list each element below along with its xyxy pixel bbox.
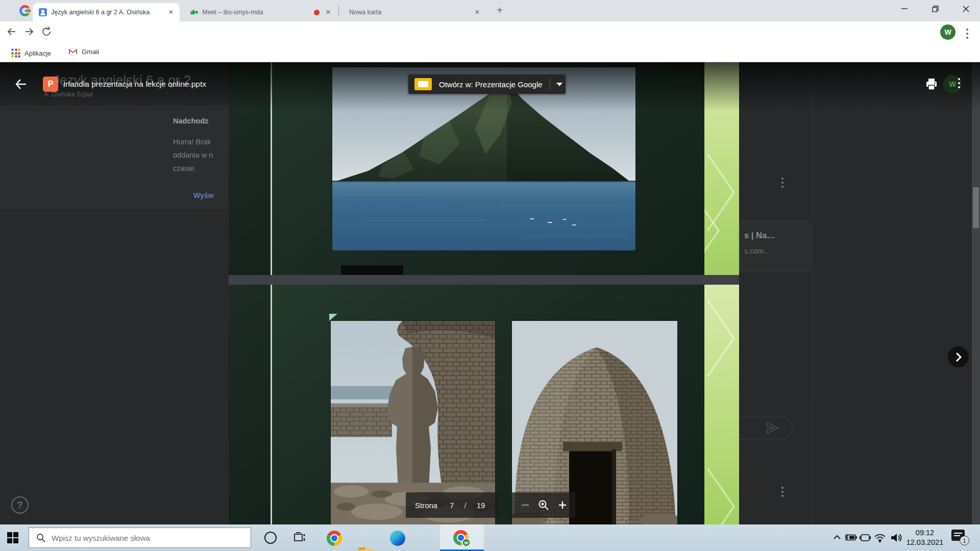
slide-triangle-decor-icon (329, 314, 337, 321)
profile-w-badge: W (462, 538, 471, 547)
tab-close-icon[interactable]: × (166, 8, 176, 17)
classroom-preview-area: Nadchodz Hurra! Brak oddania w n czasie.… (0, 62, 980, 524)
bookmark-apps[interactable]: Aplikacje (11, 48, 51, 58)
preview-menu-button[interactable] (958, 76, 961, 90)
slide-decor-panel (704, 285, 739, 524)
column-divider (813, 62, 813, 524)
edge-taskbar-icon[interactable] (390, 531, 405, 546)
window-minimize-button[interactable] (892, 0, 917, 17)
chevron-right-icon (955, 352, 962, 362)
taskbar-clock[interactable]: 09:12 12.03.2021 (904, 528, 945, 547)
open-with-button[interactable]: Otwórz w: Prezentacje Google (408, 74, 566, 94)
upcoming-link[interactable]: Wyśw (193, 191, 213, 199)
open-with-label: Otwórz w: Prezentacje Google (439, 80, 543, 89)
battery-icon[interactable] (844, 534, 857, 541)
search-icon (36, 533, 45, 542)
tray-expand-icon[interactable] (833, 535, 841, 540)
apps-grid-icon (11, 48, 20, 58)
new-tab-button[interactable]: + (494, 5, 505, 16)
tab-close-icon[interactable]: × (324, 8, 333, 17)
zoom-out-icon[interactable] (521, 501, 529, 509)
chevron-decor-icon (704, 285, 739, 524)
coursework-card-edge (811, 399, 811, 524)
page-scrollbar[interactable] (972, 62, 980, 524)
zoom-in-icon[interactable] (558, 501, 567, 509)
next-item-button[interactable] (948, 346, 969, 367)
attachment-url: s.com… (744, 247, 771, 255)
chrome-active-app-button[interactable]: W (440, 524, 484, 551)
attachment-card[interactable]: s | Na… s.com… (740, 221, 811, 271)
tab-meet[interactable]: Meet – ibs-smys-mda × (184, 3, 337, 21)
tab-new[interactable]: Nowa karta × (341, 3, 486, 21)
tab-close-icon[interactable]: × (473, 8, 482, 17)
volume-icon[interactable] (890, 533, 902, 543)
google-slides-icon (414, 78, 432, 90)
zoom-controls (512, 492, 575, 518)
browser-toolbar: classroom.google.com/c/MTkyODA0OTA3NjE0 … (0, 21, 980, 43)
forward-button[interactable] (23, 26, 35, 39)
profile-avatar[interactable]: W (940, 24, 955, 40)
clock-date: 12.03.2021 (904, 538, 945, 547)
dimmed-teacher-name: A. Osińska Szpur (44, 91, 93, 98)
page-separator: / (464, 501, 467, 510)
tab-strip: Język angielski 6 a gr 2 A. Osińska × Me… (0, 0, 980, 21)
google-logo-icon (19, 5, 31, 16)
scrollbar-thumb[interactable] (973, 187, 979, 228)
task-view-button[interactable] (294, 532, 306, 543)
page-current-input[interactable]: 7 (450, 501, 454, 510)
wifi-icon[interactable] (874, 533, 886, 542)
close-preview-back-icon[interactable] (14, 78, 28, 91)
meet-favicon-icon (190, 8, 198, 16)
bookmark-label: Gmail (82, 48, 99, 56)
bookmark-label: Aplikacje (24, 49, 51, 57)
file-title: Irlandia prezentacja na lekcje online.pp… (63, 80, 206, 89)
chrome-taskbar-icon[interactable] (327, 531, 342, 546)
slide-accent-line (271, 285, 272, 524)
stream-item-menu-button[interactable] (781, 485, 784, 499)
tab-classroom[interactable]: Język angielski 6 a gr 2 A. Osińska × (33, 3, 180, 21)
document-viewer (229, 62, 739, 524)
page-total: 19 (477, 501, 485, 510)
recording-indicator-icon (314, 10, 320, 15)
cortana-button[interactable] (264, 532, 277, 544)
clock-time: 09:12 (904, 528, 945, 538)
page-indicator: Strona 7 / 19 (406, 492, 499, 518)
attachment-title: s | Na… (744, 231, 775, 240)
chrome-icon: W (453, 530, 469, 545)
slide-caption-box (341, 265, 403, 275)
browser-menu-button[interactable] (966, 27, 969, 41)
print-icon[interactable] (925, 78, 938, 91)
back-button[interactable] (6, 26, 17, 39)
page-label: Strona (415, 501, 437, 510)
file-explorer-icon[interactable] (358, 547, 374, 551)
window-close-button[interactable] (953, 0, 978, 17)
gmail-icon (68, 48, 78, 56)
camera-in-use-icon[interactable] (860, 533, 871, 542)
screen: Język angielski 6 a gr 2 A. Osińska × Me… (0, 0, 980, 551)
slide-left-band (229, 285, 271, 524)
chevron-down-icon[interactable] (556, 83, 562, 86)
search-input[interactable] (51, 533, 234, 543)
help-button[interactable]: ? (11, 496, 29, 514)
classroom-favicon-icon (39, 8, 47, 16)
reload-button[interactable] (41, 26, 52, 39)
stream-item-menu-button[interactable] (781, 176, 784, 190)
tab-title: Nowa karta (349, 9, 473, 16)
pptx-file-icon: P (43, 77, 58, 92)
start-button[interactable] (7, 532, 18, 543)
send-comment-icon[interactable] (766, 421, 780, 435)
slide-page-7 (229, 285, 739, 524)
window-restore-button[interactable] (923, 0, 947, 17)
notification-count-badge[interactable]: 1 (960, 536, 969, 545)
windows-taskbar: W 09:12 12.03.2021 (0, 524, 980, 551)
tab-separator (338, 6, 339, 16)
button-divider (550, 78, 550, 90)
taskbar-search[interactable] (29, 528, 251, 548)
upcoming-text: Hurra! Brak oddania w n czasie. (173, 135, 213, 175)
upcoming-title: Nadchodz (173, 117, 208, 125)
bookmarks-bar: Aplikacje Gmail (0, 43, 980, 62)
zoom-fit-icon[interactable] (538, 499, 549, 511)
tab-title: Język angielski 6 a gr 2 A. Osińska (51, 9, 166, 16)
bookmark-gmail[interactable]: Gmail (68, 48, 99, 56)
tab-title: Meet – ibs-smys-mda (202, 9, 314, 16)
